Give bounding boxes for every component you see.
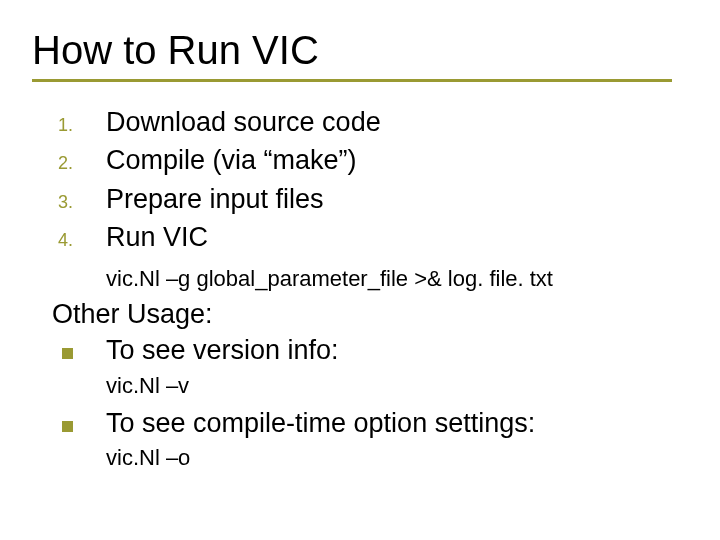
list-number: 1. — [52, 113, 106, 137]
slide-body: 1. Download source code 2. Compile (via … — [32, 104, 688, 471]
bullet-item: To see compile-time option settings: — [52, 405, 688, 441]
list-number: 4. — [52, 228, 106, 252]
bullet-text: To see compile-time option settings: — [106, 405, 535, 441]
command-line: vic.Nl –v — [106, 373, 688, 399]
list-text: Prepare input files — [106, 181, 324, 217]
list-item: 4. Run VIC — [52, 219, 688, 255]
other-usage-label: Other Usage: — [52, 299, 688, 330]
bullet-marker — [52, 338, 106, 359]
list-number: 3. — [52, 190, 106, 214]
square-bullet-icon — [62, 421, 73, 432]
bullet-item: To see version info: — [52, 332, 688, 368]
list-item: 3. Prepare input files — [52, 181, 688, 217]
bullet-marker — [52, 411, 106, 432]
list-text: Run VIC — [106, 219, 208, 255]
command-line: vic.Nl –o — [106, 445, 688, 471]
list-text: Compile (via “make”) — [106, 142, 357, 178]
command-line: vic.Nl –g global_parameter_file >& log. … — [106, 264, 688, 294]
list-item: 2. Compile (via “make”) — [52, 142, 688, 178]
bullet-text: To see version info: — [106, 332, 339, 368]
square-bullet-icon — [62, 348, 73, 359]
slide: How to Run VIC 1. Download source code 2… — [0, 0, 720, 540]
slide-title: How to Run VIC — [32, 28, 688, 73]
list-text: Download source code — [106, 104, 381, 140]
title-underline — [32, 79, 672, 82]
list-item: 1. Download source code — [52, 104, 688, 140]
list-number: 2. — [52, 151, 106, 175]
